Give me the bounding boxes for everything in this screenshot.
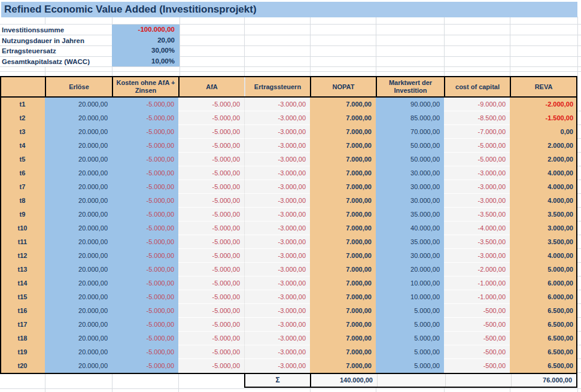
cell-erloese[interactable]: 20.000,00 — [45, 276, 112, 290]
cell-marktwert[interactable]: 35.000,00 — [376, 208, 444, 221]
sum-nopat[interactable]: 140.000,00 — [311, 374, 377, 387]
cell-afa[interactable]: -5.000,00 — [178, 263, 244, 276]
cell-erloese[interactable]: 20.000,00 — [45, 125, 112, 139]
cell-ertragssteuern[interactable]: -3.000,00 — [244, 276, 310, 290]
cell-kosten[interactable]: -5.000,00 — [112, 359, 178, 373]
cell-reva[interactable]: -1.500,00 — [510, 111, 577, 125]
cell-kosten[interactable]: -5.000,00 — [112, 263, 178, 276]
cell-cost-of-capital[interactable]: -3.000,00 — [444, 166, 510, 180]
cell-kosten[interactable]: -5.000,00 — [112, 221, 178, 235]
cell-erloese[interactable]: 20.000,00 — [45, 166, 112, 180]
cell-marktwert[interactable]: 30.000,00 — [376, 166, 444, 180]
cell-ertragssteuern[interactable]: -3.000,00 — [244, 359, 310, 373]
cell-marktwert[interactable]: 35.000,00 — [376, 235, 444, 249]
cell-period[interactable]: t8 — [0, 194, 45, 208]
param-label-ertragsteuersatz[interactable]: Ertragsteuersatz — [2, 45, 151, 56]
cell-nopat[interactable]: 7.000,00 — [310, 263, 376, 276]
cell-period[interactable]: t7 — [0, 180, 45, 194]
cell-reva[interactable]: 0,00 — [510, 125, 577, 139]
cell-ertragssteuern[interactable]: -3.000,00 — [244, 263, 310, 276]
cell-cost-of-capital[interactable]: -9.000,00 — [444, 98, 510, 111]
cell-nopat[interactable]: 7.000,00 — [310, 125, 376, 139]
cell-ertragssteuern[interactable]: -3.000,00 — [244, 318, 310, 332]
cell-nopat[interactable]: 7.000,00 — [310, 332, 376, 345]
cell-marktwert[interactable]: 10.000,00 — [376, 290, 444, 304]
cell-period[interactable]: t16 — [0, 304, 45, 318]
cell-reva[interactable]: -2.000,00 — [510, 98, 577, 111]
cell-cost-of-capital[interactable]: -4.000,00 — [444, 221, 510, 235]
cell-ertragssteuern[interactable]: -3.000,00 — [244, 153, 310, 166]
cell-ertragssteuern[interactable]: -3.000,00 — [244, 290, 310, 304]
cell-cost-of-capital[interactable]: -1.000,00 — [444, 276, 510, 290]
cell-afa[interactable]: -5.000,00 — [178, 139, 244, 153]
cell-reva[interactable]: 5.000,00 — [510, 263, 577, 276]
param-label-nutzungsdauer[interactable]: Nutzungsdauer in Jahren — [2, 35, 151, 46]
cell-erloese[interactable]: 20.000,00 — [45, 332, 112, 345]
cell-marktwert[interactable]: 30.000,00 — [376, 249, 444, 263]
cell-cost-of-capital[interactable]: -5.000,00 — [444, 139, 510, 153]
header-reva[interactable]: REVA — [510, 76, 577, 98]
cell-marktwert[interactable]: 85.000,00 — [376, 111, 444, 125]
cell-reva[interactable]: 2.000,00 — [510, 139, 577, 153]
cell-afa[interactable]: -5.000,00 — [178, 345, 244, 359]
cell-nopat[interactable]: 7.000,00 — [310, 304, 376, 318]
cell-kosten[interactable]: -5.000,00 — [112, 194, 178, 208]
cell-reva[interactable]: 6.500,00 — [510, 318, 577, 332]
cell-nopat[interactable]: 7.000,00 — [310, 111, 376, 125]
cell-ertragssteuern[interactable]: -3.000,00 — [244, 139, 310, 153]
header-ertragssteuern[interactable]: Ertragssteuern — [244, 76, 310, 98]
header-empty[interactable] — [0, 76, 45, 98]
cell-marktwert[interactable]: 40.000,00 — [376, 221, 444, 235]
cell-kosten[interactable]: -5.000,00 — [112, 235, 178, 249]
cell-period[interactable]: t10 — [0, 221, 45, 235]
cell-cost-of-capital[interactable]: -7.000,00 — [444, 125, 510, 139]
cell-reva[interactable]: 4.000,00 — [510, 194, 577, 208]
cell-ertragssteuern[interactable]: -3.000,00 — [244, 194, 310, 208]
cell-marktwert[interactable]: 90.000,00 — [376, 98, 444, 111]
cell-cost-of-capital[interactable]: -5.000,00 — [444, 153, 510, 166]
cell-nopat[interactable]: 7.000,00 — [310, 98, 376, 111]
cell-kosten[interactable]: -5.000,00 — [112, 318, 178, 332]
cell-marktwert[interactable]: 70.000,00 — [376, 125, 444, 139]
cell-erloese[interactable]: 20.000,00 — [45, 263, 112, 276]
cell-cost-of-capital[interactable]: -500,00 — [444, 318, 510, 332]
cell-ertragssteuern[interactable]: -3.000,00 — [244, 235, 310, 249]
cell-cost-of-capital[interactable]: -3.000,00 — [444, 194, 510, 208]
cell-nopat[interactable]: 7.000,00 — [310, 276, 376, 290]
cell-marktwert[interactable]: 5.000,00 — [376, 304, 444, 318]
cell-cost-of-capital[interactable]: -500,00 — [444, 345, 510, 359]
cell-nopat[interactable]: 7.000,00 — [310, 221, 376, 235]
cell-afa[interactable]: -5.000,00 — [178, 125, 244, 139]
cell-nopat[interactable]: 7.000,00 — [310, 290, 376, 304]
cell-kosten[interactable]: -5.000,00 — [112, 139, 178, 153]
cell-reva[interactable]: 6.500,00 — [510, 345, 577, 359]
cell-kosten[interactable]: -5.000,00 — [112, 180, 178, 194]
cell-nopat[interactable]: 7.000,00 — [310, 194, 376, 208]
cell-reva[interactable]: 2.000,00 — [510, 153, 577, 166]
cell-erloese[interactable]: 20.000,00 — [45, 180, 112, 194]
cell-period[interactable]: t4 — [0, 139, 45, 153]
cell-erloese[interactable]: 20.000,00 — [45, 345, 112, 359]
cell-nopat[interactable]: 7.000,00 — [310, 208, 376, 221]
cell-period[interactable]: t17 — [0, 318, 45, 332]
cell-afa[interactable]: -5.000,00 — [178, 235, 244, 249]
cell-erloese[interactable]: 20.000,00 — [45, 318, 112, 332]
cell-cost-of-capital[interactable]: -3.500,00 — [444, 208, 510, 221]
cell-erloese[interactable]: 20.000,00 — [45, 98, 112, 111]
cell-afa[interactable]: -5.000,00 — [178, 276, 244, 290]
cell-kosten[interactable]: -5.000,00 — [112, 332, 178, 345]
cell-kosten[interactable]: -5.000,00 — [112, 125, 178, 139]
header-marktwert[interactable]: Marktwert der Investition — [376, 76, 444, 98]
cell-erloese[interactable]: 20.000,00 — [45, 153, 112, 166]
cell-afa[interactable]: -5.000,00 — [178, 166, 244, 180]
cell-cost-of-capital[interactable]: -500,00 — [444, 332, 510, 345]
cell-period[interactable]: t2 — [0, 111, 45, 125]
cell-marktwert[interactable]: 5.000,00 — [376, 318, 444, 332]
cell-marktwert[interactable]: 30.000,00 — [376, 194, 444, 208]
cell-period[interactable]: t13 — [0, 263, 45, 276]
cell-ertragssteuern[interactable]: -3.000,00 — [244, 208, 310, 221]
cell-marktwert[interactable]: 10.000,00 — [376, 276, 444, 290]
cell-reva[interactable]: 3.500,00 — [510, 235, 577, 249]
cell-afa[interactable]: -5.000,00 — [178, 208, 244, 221]
cell-ertragssteuern[interactable]: -3.000,00 — [244, 332, 310, 345]
